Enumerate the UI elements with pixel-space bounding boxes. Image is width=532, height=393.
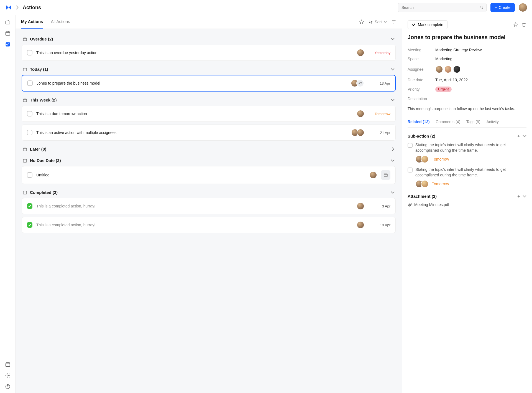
- chevron-down-icon: [391, 99, 395, 102]
- store-icon[interactable]: [5, 361, 11, 367]
- tab-my-actions[interactable]: My Actions: [21, 15, 43, 29]
- filter-icon[interactable]: [391, 19, 396, 24]
- gear-icon[interactable]: [5, 372, 11, 379]
- meta-label-priority: Priority: [408, 87, 435, 92]
- svg-rect-13: [23, 99, 27, 102]
- svg-rect-2: [6, 21, 10, 24]
- action-checkbox[interactable]: [27, 203, 32, 209]
- subaction-item[interactable]: Stating the topic's intent will clarify …: [408, 142, 526, 153]
- subaction-heading: Sub-action (2): [408, 134, 435, 138]
- action-checkbox[interactable]: [27, 172, 32, 178]
- svg-line-1: [482, 8, 483, 9]
- plus-icon: +: [495, 5, 497, 10]
- svg-rect-5: [6, 364, 10, 367]
- breadcrumb-chevron-icon: [16, 6, 19, 9]
- assignee-avatars[interactable]: [435, 65, 461, 73]
- action-card[interactable]: This is a completed action, hurray! 3 Ap…: [22, 198, 396, 214]
- meta-label-space: Space: [408, 57, 435, 61]
- group-header-overdue[interactable]: Overdue (2): [22, 33, 396, 45]
- search-box[interactable]: [398, 3, 487, 12]
- tab-activity[interactable]: Activity: [487, 117, 499, 127]
- user-avatar[interactable]: [519, 3, 527, 12]
- action-card[interactable]: This is an overdue yesterday action Yest…: [22, 45, 396, 61]
- calendar-small-icon: [23, 37, 27, 41]
- create-button[interactable]: + Create: [490, 3, 515, 12]
- app-logo[interactable]: [5, 4, 12, 11]
- subaction-due: Tomorrow: [432, 157, 449, 161]
- assignee-avatar[interactable]: [357, 202, 364, 210]
- search-icon: [479, 5, 484, 10]
- action-card[interactable]: Untitled: [22, 166, 396, 184]
- group-header-later[interactable]: Later (0): [22, 143, 396, 155]
- subaction-checkbox[interactable]: [408, 168, 413, 173]
- action-checkbox[interactable]: [27, 222, 32, 228]
- calendar-icon[interactable]: [5, 30, 11, 36]
- action-checkbox[interactable]: [27, 130, 32, 135]
- group-header-completed[interactable]: Completed (2): [22, 187, 396, 198]
- mark-complete-button[interactable]: Mark complete: [408, 20, 447, 29]
- action-title: This is an overdue yesterday action: [36, 50, 353, 55]
- set-due-date-button[interactable]: [381, 170, 390, 180]
- group-label: No Due Date (2): [30, 158, 61, 163]
- assignee-avatar[interactable]: [357, 49, 364, 57]
- briefcase-icon[interactable]: [5, 19, 11, 25]
- meta-value-meeting[interactable]: Marketing Strategy Review: [435, 48, 482, 52]
- meta-value-due[interactable]: Tue, April 13, 2022: [435, 78, 468, 82]
- search-input[interactable]: [398, 3, 487, 12]
- attachment-item[interactable]: Meeting Minutes.pdf: [408, 202, 526, 207]
- action-card[interactable]: This is a due tomorrow action Tomorrow: [22, 106, 396, 122]
- group-label: Completed (2): [30, 190, 58, 195]
- subaction-checkbox[interactable]: [408, 143, 413, 148]
- sort-label: Sort: [375, 20, 382, 24]
- assignee-avatar[interactable]: [369, 171, 377, 179]
- assignee-avatar[interactable]: [421, 155, 429, 163]
- tab-related[interactable]: Related (12): [408, 117, 429, 127]
- tab-tags[interactable]: Tags (9): [466, 117, 480, 127]
- star-icon[interactable]: [513, 22, 518, 27]
- add-subaction-button[interactable]: +: [517, 134, 520, 138]
- add-attachment-button[interactable]: +: [517, 194, 520, 199]
- paperclip-icon: [408, 202, 412, 207]
- action-card[interactable]: This is a completed action, hurray! 13 A…: [22, 217, 396, 233]
- chevron-down-icon[interactable]: [523, 195, 526, 198]
- group-label: Later (0): [30, 147, 46, 151]
- group-label: Today (1): [30, 67, 48, 72]
- action-checkbox[interactable]: [27, 50, 32, 55]
- tab-comments[interactable]: Comments (4): [436, 117, 460, 127]
- action-card[interactable]: Jones to prepare the business model +2 1…: [22, 75, 396, 92]
- assignee-avatar[interactable]: [421, 180, 429, 188]
- chevron-down-icon[interactable]: [523, 135, 526, 138]
- action-card[interactable]: This is an active action with multiple a…: [22, 125, 396, 141]
- sort-button[interactable]: Sort: [369, 20, 387, 24]
- meta-value-space[interactable]: Marketing: [435, 57, 452, 61]
- trash-icon[interactable]: [521, 22, 526, 27]
- action-title: Untitled: [36, 173, 365, 177]
- priority-badge[interactable]: Urgent: [435, 87, 452, 92]
- meta-label-due: Due date: [408, 78, 435, 82]
- action-checkbox[interactable]: [27, 111, 32, 116]
- help-icon[interactable]: [5, 384, 11, 390]
- subaction-text: Stating the topic's intent will clarify …: [415, 167, 526, 178]
- subaction-item[interactable]: Stating the topic's intent will clarify …: [408, 167, 526, 178]
- subaction-text: Stating the topic's intent will clarify …: [415, 142, 526, 153]
- svg-rect-11: [23, 38, 27, 41]
- assignee-avatar[interactable]: [357, 110, 364, 118]
- assignee-avatar[interactable]: [357, 129, 364, 136]
- chevron-down-icon: [391, 191, 395, 194]
- group-header-today[interactable]: Today (1): [22, 64, 396, 75]
- assignee-avatar[interactable]: [357, 221, 364, 229]
- detail-panel: Mark complete Jones to prepare the busin…: [402, 15, 532, 393]
- group-header-this-week[interactable]: This Week (2): [22, 94, 396, 106]
- assignee-avatar[interactable]: [435, 65, 443, 73]
- action-checkbox[interactable]: [27, 80, 33, 86]
- star-icon[interactable]: [359, 19, 364, 24]
- assignee-avatar[interactable]: [444, 65, 452, 73]
- due-date: 13 Apr: [368, 81, 390, 85]
- tab-all-actions[interactable]: All Actions: [51, 15, 70, 29]
- chevron-down-icon: [391, 159, 395, 162]
- calendar-small-icon: [23, 158, 27, 163]
- more-assignees-badge[interactable]: +2: [356, 79, 364, 87]
- assignee-avatar[interactable]: [453, 65, 461, 73]
- checkbox-icon[interactable]: [5, 41, 11, 47]
- group-header-no-due[interactable]: No Due Date (2): [22, 155, 396, 166]
